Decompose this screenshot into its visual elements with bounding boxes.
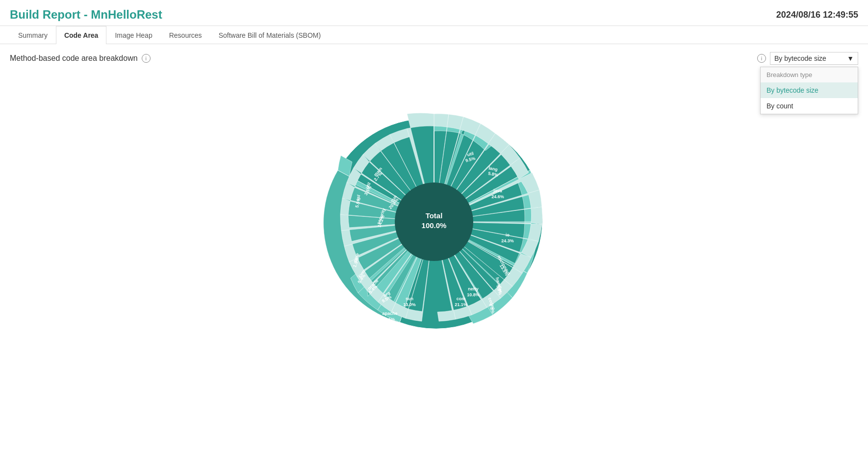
sunburst-chart: .seg { fill: #2a9d8f; stroke: #fff; stro… (287, 75, 581, 369)
dropdown-arrow-icon: ▼ (847, 54, 854, 62)
breakdown-title-row: Method-based code area breakdown i (10, 54, 151, 63)
breakdown-title-text: Method-based code area breakdown (10, 54, 138, 63)
breakdown-dropdown: Breakdown type By bytecode size By count (760, 67, 858, 114)
dropdown-option-bytecode-size[interactable]: By bytecode size (761, 82, 858, 98)
label-com: com (457, 296, 466, 301)
tab-image-heap[interactable]: Image Heap (106, 26, 160, 44)
label-java-val: 24.6% (491, 194, 504, 199)
main-content: Method-based code area breakdown i i By … (0, 44, 868, 377)
tab-code-area[interactable]: Code Area (56, 26, 107, 44)
breakdown-type-info-icon[interactable]: i (757, 54, 766, 63)
label-apache-val: 9.5% (385, 317, 395, 322)
breakdown-select-button[interactable]: By bytecode size ▼ (770, 52, 858, 65)
label-xerces-val: 9.5% (385, 332, 395, 337)
label-netty: netty (468, 286, 479, 291)
label-xerces: xerces (383, 326, 397, 331)
page-title: Build Report - MnHelloRest (10, 8, 162, 22)
sunburst-svg: .seg { fill: #2a9d8f; stroke: #fff; stro… (287, 75, 581, 369)
tabs-bar: Summary Code Area Image Heap Resources S… (0, 26, 868, 44)
breakdown-header: Method-based code area breakdown i i By … (10, 52, 858, 65)
timestamp: 2024/08/16 12:49:55 (776, 10, 858, 20)
breakdown-info-icon[interactable]: i (142, 54, 151, 63)
dropdown-container: By bytecode size ▼ Breakdown type By byt… (770, 52, 858, 65)
dropdown-option-by-count[interactable]: By count (761, 98, 858, 114)
header: Build Report - MnHelloRest 2024/08/16 12… (0, 0, 868, 26)
label-netty-val: 10.8% (467, 292, 480, 297)
label-io: io (506, 233, 510, 237)
label-sun-lower: sun (406, 296, 413, 301)
title-prefix: Build Report - (10, 8, 91, 21)
tab-summary[interactable]: Summary (10, 26, 56, 44)
label-io-val: 24.3% (501, 238, 514, 243)
label-java: java (493, 188, 503, 193)
breakdown-select-value: By bytecode size (774, 54, 826, 62)
label-com-val: 21.1% (455, 302, 467, 307)
breakdown-controls: i By bytecode size ▼ Breakdown type By b… (757, 52, 858, 65)
chart-area: .seg { fill: #2a9d8f; stroke: #fff; stro… (10, 75, 858, 369)
label-sun-lower-val: 13.0% (403, 302, 416, 307)
center-label: Total (426, 211, 443, 220)
dropdown-header-label: Breakdown type (761, 67, 858, 82)
tab-resources[interactable]: Resources (161, 26, 210, 44)
center-value: 100.0% (422, 221, 447, 230)
title-app: MnHelloRest (91, 8, 162, 21)
label-apache: apache (382, 311, 397, 316)
tab-sbom[interactable]: Software Bill of Materials (SBOM) (210, 26, 330, 44)
